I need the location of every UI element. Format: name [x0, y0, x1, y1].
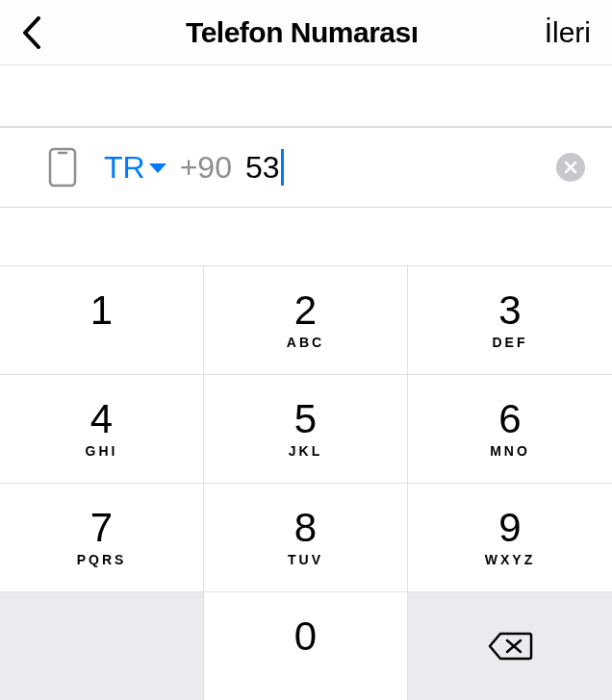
- key-7[interactable]: 7 PQRS: [0, 484, 204, 592]
- key-9[interactable]: 9 WXYZ: [408, 484, 612, 592]
- phone-input-row[interactable]: TR +90 53: [0, 127, 612, 208]
- key-blank: [0, 592, 204, 700]
- phone-icon: [48, 147, 77, 188]
- key-5[interactable]: 5 JKL: [204, 375, 408, 484]
- key-delete[interactable]: [408, 592, 612, 700]
- numeric-keypad: 1 2 ABC 3 DEF 4 GHI 5 JKL 6 MNO 7 PQRS 8…: [0, 265, 612, 700]
- header: Telefon Numarası İleri: [0, 0, 612, 65]
- key-6[interactable]: 6 MNO: [408, 375, 612, 484]
- phone-number-value: 53: [245, 149, 284, 186]
- page-title: Telefon Numarası: [60, 16, 545, 49]
- key-4[interactable]: 4 GHI: [0, 375, 204, 484]
- close-icon: [564, 161, 577, 174]
- spacer: [0, 65, 612, 127]
- key-1[interactable]: 1: [0, 266, 204, 375]
- country-selector[interactable]: TR: [104, 150, 166, 186]
- clear-button[interactable]: [556, 153, 585, 182]
- svg-rect-0: [50, 149, 75, 186]
- delete-icon: [487, 631, 533, 662]
- back-icon: [21, 16, 42, 49]
- key-2[interactable]: 2 ABC: [204, 266, 408, 375]
- key-3[interactable]: 3 DEF: [408, 266, 612, 375]
- next-button[interactable]: İleri: [545, 16, 591, 49]
- calling-code: +90: [180, 150, 232, 186]
- back-button[interactable]: [21, 16, 60, 49]
- country-code: TR: [104, 150, 145, 186]
- key-0[interactable]: 0: [204, 592, 408, 700]
- cursor: [281, 149, 284, 186]
- caret-down-icon: [149, 163, 166, 173]
- spacer: [0, 208, 612, 265]
- key-8[interactable]: 8 TUV: [204, 484, 408, 592]
